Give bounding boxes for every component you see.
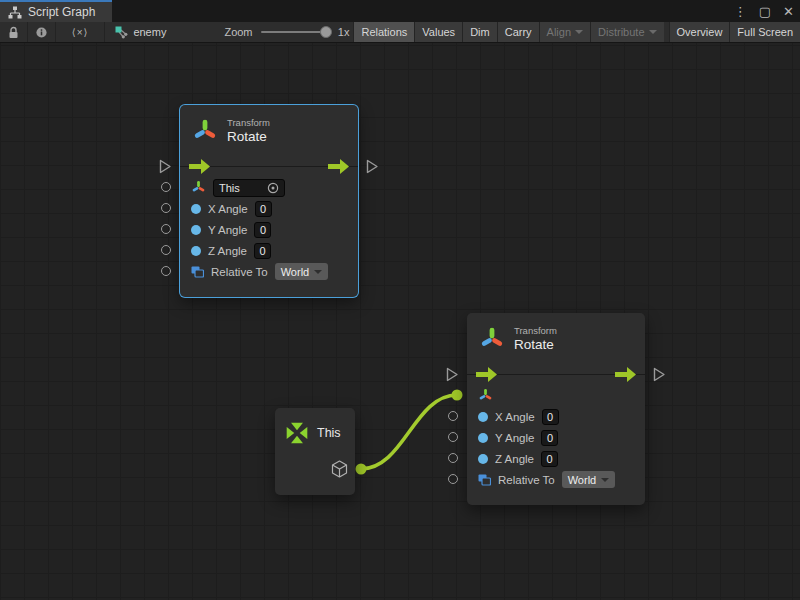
float-port-dot-icon: [191, 204, 201, 214]
x-angle-value-field[interactable]: 0: [542, 409, 559, 425]
y-angle-input-port[interactable]: [161, 224, 171, 234]
transform-icon: [479, 326, 505, 352]
window-controls: ⋮ ▢ ✕: [734, 0, 794, 22]
node-category: Transform: [514, 325, 557, 336]
z-angle-input-port[interactable]: [448, 453, 458, 463]
z-angle-label: Z Angle: [495, 453, 534, 465]
transform-mini-icon: [191, 180, 206, 195]
node-header[interactable]: Transform Rotate: [180, 105, 358, 156]
y-angle-label: Y Angle: [208, 224, 247, 236]
node-rotate-2[interactable]: Transform Rotate: [467, 313, 645, 505]
float-port-dot-icon: [191, 246, 201, 256]
rotate2-this-input-port-connected[interactable]: [452, 390, 463, 401]
zoom-value: 1x: [338, 22, 350, 42]
flow-out-arrow-icon: [615, 367, 636, 382]
relative-to-input-port[interactable]: [161, 266, 171, 276]
overview-button[interactable]: Overview: [669, 22, 730, 42]
this-output-port-connected[interactable]: [356, 464, 367, 475]
flow-input-port[interactable]: [159, 159, 172, 174]
zoom-slider[interactable]: [261, 22, 330, 42]
x-angle-row: X Angle 0: [180, 198, 358, 219]
node-category: Transform: [227, 117, 270, 128]
fullscreen-button[interactable]: Full Screen: [729, 22, 800, 42]
chevron-down-icon: [575, 30, 583, 34]
this-row: This: [180, 177, 358, 198]
z-angle-label: Z Angle: [208, 245, 247, 257]
chevron-down-icon: [601, 478, 609, 482]
breadcrumb[interactable]: enemy: [105, 22, 176, 42]
float-port-dot-icon: [478, 433, 488, 443]
node-header[interactable]: Transform Rotate: [467, 313, 645, 364]
float-port-dot-icon: [191, 225, 201, 235]
chevron-down-icon: [314, 270, 322, 274]
info-icon: [36, 26, 47, 39]
z-angle-input-port[interactable]: [161, 245, 171, 255]
x-angle-row: X Angle 0: [467, 406, 645, 427]
self-arrows-icon: [284, 420, 310, 446]
value-connection-wire[interactable]: [361, 395, 457, 469]
this-row-connected: [467, 385, 645, 406]
flow-out-arrow-icon: [328, 159, 349, 174]
enum-icon: [191, 265, 204, 278]
flow-output-port[interactable]: [366, 159, 379, 174]
y-angle-label: Y Angle: [495, 432, 534, 444]
y-angle-input-port[interactable]: [448, 432, 458, 442]
info-button[interactable]: [28, 22, 56, 42]
relative-to-dropdown[interactable]: World: [562, 471, 616, 488]
relative-to-input-port[interactable]: [448, 474, 458, 484]
z-angle-value-field[interactable]: 0: [254, 243, 271, 259]
this-object-field[interactable]: This: [213, 179, 285, 197]
breadcrumb-label: enemy: [133, 26, 166, 38]
flow-in-arrow-icon: [476, 367, 497, 382]
node-title: Rotate: [227, 129, 270, 144]
this-object-value: This: [219, 182, 263, 194]
dim-button[interactable]: Dim: [462, 22, 497, 42]
relative-to-label: Relative To: [211, 266, 268, 278]
x-angle-input-port[interactable]: [448, 411, 458, 421]
flow-input-port[interactable]: [446, 367, 459, 382]
relative-to-row: Relative To World: [467, 469, 645, 490]
relations-button[interactable]: Relations: [353, 22, 414, 42]
relative-to-value: World: [281, 266, 310, 278]
values-button[interactable]: Values: [414, 22, 462, 42]
close-icon[interactable]: ✕: [783, 5, 794, 18]
graph-breadcrumb-icon: [115, 26, 128, 39]
flow-row: [180, 156, 358, 177]
x-angle-label: X Angle: [495, 411, 535, 423]
z-angle-row: Z Angle 0: [180, 240, 358, 261]
align-button[interactable]: Align: [539, 22, 590, 42]
relative-to-row: Relative To World: [180, 261, 358, 282]
this-input-port[interactable]: [161, 182, 171, 192]
flow-output-port[interactable]: [653, 367, 666, 382]
y-angle-value-field[interactable]: 0: [541, 430, 558, 446]
z-angle-value-field[interactable]: 0: [541, 451, 558, 467]
x-angle-input-port[interactable]: [161, 203, 171, 213]
relative-to-dropdown[interactable]: World: [275, 263, 329, 280]
toolbar-buttons: Relations Values Dim Carry Align Distrib…: [353, 22, 800, 42]
script-graph-window: Script Graph ⋮ ▢ ✕ ⟨×⟩: [0, 0, 800, 600]
maximize-icon[interactable]: ▢: [759, 5, 771, 18]
object-picker-icon[interactable]: [267, 182, 279, 194]
distribute-button[interactable]: Distribute: [590, 22, 663, 42]
menu-icon[interactable]: ⋮: [734, 5, 747, 18]
node-this[interactable]: This: [275, 408, 355, 495]
relative-to-value: World: [568, 474, 597, 486]
zoom-slider-handle[interactable]: [320, 26, 332, 38]
relative-to-label: Relative To: [498, 474, 555, 486]
graph-toolbar: ⟨×⟩ enemy Zoom 1x Relations Values Dim C…: [0, 22, 800, 43]
z-angle-row: Z Angle 0: [467, 448, 645, 469]
y-angle-value-field[interactable]: 0: [254, 222, 271, 238]
node-rotate-1[interactable]: Transform Rotate: [180, 105, 358, 297]
tab-script-graph[interactable]: Script Graph: [0, 0, 112, 22]
x-angle-value-field[interactable]: 0: [255, 201, 272, 217]
transform-mini-icon: [478, 388, 493, 403]
y-angle-row: Y Angle 0: [180, 219, 358, 240]
tab-label: Script Graph: [28, 5, 95, 19]
carry-button[interactable]: Carry: [497, 22, 539, 42]
lock-button[interactable]: [0, 22, 28, 42]
code-preview-button[interactable]: ⟨×⟩: [56, 22, 105, 42]
connection-wire-layer: [0, 43, 800, 600]
title-bar: Script Graph ⋮ ▢ ✕: [0, 0, 800, 22]
float-port-dot-icon: [478, 412, 488, 422]
graph-canvas[interactable]: Transform Rotate: [0, 43, 800, 600]
